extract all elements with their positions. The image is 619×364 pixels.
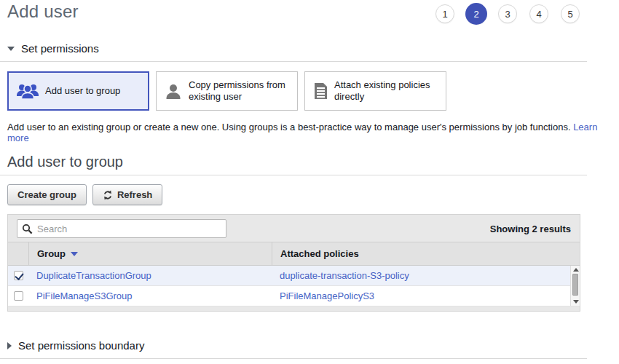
set-permissions-toggle[interactable]: Set permissions	[7, 42, 619, 55]
policies-column-label: Attached policies	[280, 248, 359, 259]
card-label: Add user to group	[45, 85, 120, 97]
group-link[interactable]: PiFileManageS3Group	[36, 290, 133, 301]
card-attach-policies[interactable]: Attach existing policies directly	[304, 71, 446, 111]
table-row[interactable]: DuplicateTransactionGroup duplicate-tran…	[8, 266, 580, 286]
sort-desc-icon	[71, 252, 78, 256]
search-icon	[22, 223, 33, 237]
refresh-icon	[103, 190, 113, 200]
refresh-button[interactable]: Refresh	[92, 184, 162, 205]
step-2-active[interactable]: 2	[465, 3, 487, 25]
column-header-attached-policies[interactable]: Attached policies	[272, 242, 580, 265]
row-checkbox-unchecked[interactable]	[14, 291, 23, 301]
row-checkbox-cell	[8, 266, 28, 285]
user-icon	[163, 82, 184, 100]
search-input[interactable]	[17, 219, 226, 238]
row-checkbox-checked[interactable]	[14, 271, 23, 280]
scrollbar-thumb[interactable]	[572, 274, 578, 296]
step-5[interactable]: 5	[561, 4, 580, 23]
chevron-right-icon	[7, 342, 12, 349]
step-1[interactable]: 1	[435, 4, 454, 23]
row-checkbox-cell	[8, 286, 28, 306]
step-4[interactable]: 4	[529, 4, 548, 23]
policy-link[interactable]: duplicate-transaction-S3-policy	[280, 270, 409, 281]
group-cell: DuplicateTransactionGroup	[28, 266, 272, 285]
card-label: Attach existing policies directly	[334, 79, 439, 103]
group-cell: PiFileManageS3Group	[28, 286, 272, 306]
groups-table-panel: Showing 2 results Group Attached policie…	[7, 214, 580, 312]
card-copy-permissions[interactable]: Copy permissions from existing user	[156, 71, 298, 111]
toolbar: Create group Refresh	[7, 184, 619, 205]
divider	[0, 61, 587, 62]
add-user-to-group-heading: Add user to group	[7, 154, 619, 170]
table-header-row: Group Attached policies	[8, 242, 580, 266]
section-description: Add user to an existing group or create …	[7, 122, 619, 143]
chevron-down-icon	[7, 47, 15, 51]
set-permissions-boundary-toggle[interactable]: Set permissions boundary	[7, 339, 619, 352]
document-icon	[312, 82, 329, 100]
search-wrap	[17, 219, 226, 238]
permission-option-cards: Add user to group Copy permissions from …	[7, 71, 619, 111]
header: Add user 1 2 3 4 5	[0, 0, 619, 23]
divider	[0, 358, 587, 359]
page-title: Add user	[7, 1, 79, 22]
table-row[interactable]: PiFileManageS3Group PiFileManagePolicyS3	[8, 286, 580, 306]
group-column-label: Group	[37, 248, 66, 259]
step-3[interactable]: 3	[498, 4, 517, 23]
description-text: Add user to an existing group or create …	[7, 122, 573, 132]
policy-cell: PiFileManagePolicyS3	[272, 286, 580, 306]
create-group-button[interactable]: Create group	[7, 184, 87, 205]
policy-cell: duplicate-transaction-S3-policy	[272, 266, 580, 285]
scroll-down-icon[interactable]	[573, 300, 579, 304]
header-checkbox-cell	[8, 242, 28, 265]
divider	[0, 175, 587, 175]
card-add-user-to-group[interactable]: Add user to group	[7, 71, 149, 111]
column-header-group[interactable]: Group	[28, 242, 272, 265]
group-link[interactable]: DuplicateTransactionGroup	[36, 270, 151, 281]
table-scrollbar[interactable]	[570, 266, 580, 306]
step-indicator: 1 2 3 4 5	[435, 4, 580, 23]
set-permissions-boundary-label: Set permissions boundary	[18, 339, 144, 352]
set-permissions-label: Set permissions	[21, 42, 99, 55]
table-controls: Showing 2 results	[8, 215, 580, 242]
card-label: Copy permissions from existing user	[189, 79, 291, 103]
policy-link[interactable]: PiFileManagePolicyS3	[280, 290, 374, 301]
scroll-up-icon[interactable]	[573, 268, 579, 272]
results-count: Showing 2 results	[490, 223, 571, 234]
refresh-label: Refresh	[117, 189, 152, 200]
table-body: DuplicateTransactionGroup duplicate-tran…	[8, 266, 580, 306]
group-icon	[15, 82, 40, 100]
